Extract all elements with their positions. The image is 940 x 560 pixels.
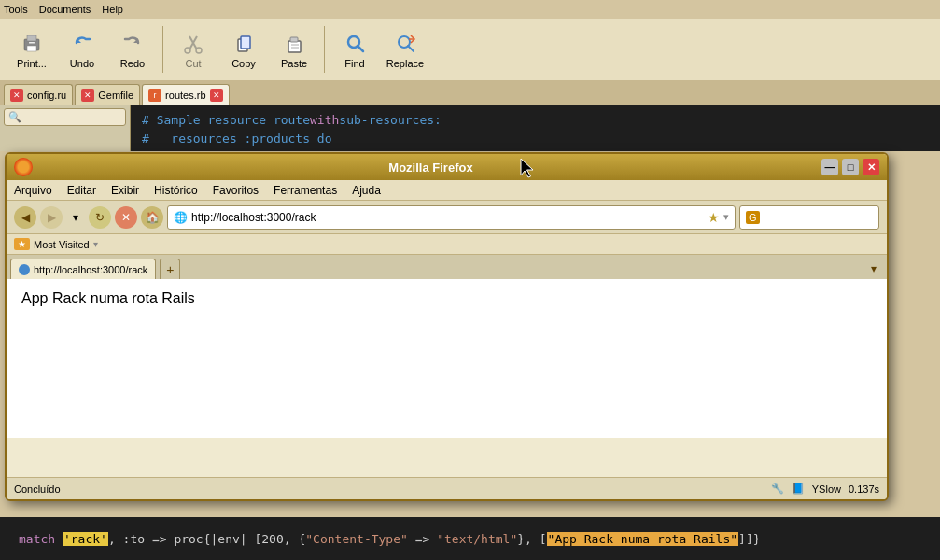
menu-help[interactable]: Help bbox=[102, 4, 123, 15]
history-dropdown[interactable]: ▾ bbox=[66, 206, 85, 229]
tab-close-routes[interactable]: ✕ bbox=[210, 89, 223, 102]
bookmark-star-icon[interactable]: ★ bbox=[708, 210, 720, 225]
firefox-page-content: App Rack numa rota Rails bbox=[7, 279, 887, 438]
tab-close-config[interactable]: ✕ bbox=[10, 89, 23, 102]
editor-content: 🔍 # Sample resource route with sub-resou… bbox=[0, 105, 940, 151]
print-icon bbox=[19, 30, 45, 56]
menu-ferramentas[interactable]: Ferramentas bbox=[274, 184, 337, 197]
new-tab-button[interactable]: + bbox=[160, 259, 180, 279]
yslow-icon: 🔧 bbox=[771, 483, 784, 495]
copy-button[interactable]: Copy bbox=[219, 23, 268, 76]
tab-icon-routes: r bbox=[148, 89, 161, 102]
firefox-statusbar: Concluído 🔧 📘 YSlow 0.137s bbox=[7, 477, 887, 499]
app-rack-string-highlighted: "App Rack numa rota Rails" bbox=[547, 532, 739, 546]
replace-icon bbox=[392, 30, 418, 56]
tab-scroll-button[interactable]: ▾ bbox=[864, 259, 883, 279]
stop-button[interactable]: ✕ bbox=[115, 206, 137, 229]
addon-icon: 📘 bbox=[792, 483, 805, 495]
firefox-tab-rack[interactable]: http://localhost:3000/rack bbox=[10, 259, 156, 279]
cut-button[interactable]: Cut bbox=[169, 23, 217, 76]
undo-button[interactable]: Undo bbox=[58, 23, 106, 76]
toolbar: Print... Undo Redo bbox=[0, 19, 940, 80]
find-icon bbox=[342, 30, 368, 56]
tab-config-ru[interactable]: ✕ config.ru bbox=[4, 84, 73, 105]
google-icon: G bbox=[746, 211, 760, 224]
svg-rect-11 bbox=[241, 36, 250, 49]
menu-editar[interactable]: Editar bbox=[67, 184, 96, 197]
refresh-button[interactable]: ↻ bbox=[89, 206, 111, 229]
search-input-firefox[interactable] bbox=[764, 212, 889, 223]
redo-button[interactable]: Redo bbox=[108, 23, 157, 76]
menu-tools[interactable]: Tools bbox=[4, 4, 28, 15]
toolbar-separator bbox=[162, 26, 163, 73]
undo-icon bbox=[69, 30, 95, 56]
menu-documents[interactable]: Documents bbox=[39, 4, 91, 15]
svg-rect-13 bbox=[290, 37, 298, 42]
code-editor[interactable]: # Sample resource route with sub-resourc… bbox=[131, 105, 940, 151]
find-button[interactable]: Find bbox=[330, 23, 379, 76]
tab-gemfile[interactable]: ✕ Gemfile bbox=[75, 84, 140, 105]
editor-background: Tools Documents Help Print... bbox=[0, 0, 940, 560]
svg-point-9 bbox=[196, 48, 202, 53]
redo-icon bbox=[119, 30, 146, 56]
tab-close-gemfile[interactable]: ✕ bbox=[81, 89, 94, 102]
toolbar-separator-2 bbox=[324, 26, 325, 73]
code-line-1: # Sample resource route with sub-resourc… bbox=[142, 110, 929, 129]
svg-line-17 bbox=[358, 46, 363, 51]
search-bar[interactable]: 🔍 bbox=[4, 108, 126, 126]
code-space1 bbox=[55, 532, 63, 546]
print-button[interactable]: Print... bbox=[7, 23, 56, 76]
yslow-label: YSlow bbox=[812, 483, 841, 495]
code-sep1: , :to => proc{|env| [200, { bbox=[108, 532, 305, 546]
firefox-window: Mozilla Firefox — □ ✕ Arquivo Editar Exi… bbox=[5, 152, 889, 501]
paste-icon bbox=[281, 30, 307, 56]
copy-icon bbox=[231, 30, 257, 56]
dropdown-arrow-icon[interactable]: ▾ bbox=[723, 211, 729, 223]
minimize-button[interactable]: — bbox=[821, 159, 838, 175]
code-close: ]]} bbox=[738, 532, 760, 546]
arrow-sep: => bbox=[408, 532, 437, 546]
home-button[interactable]: 🏠 bbox=[141, 206, 163, 229]
address-globe-icon: 🌐 bbox=[174, 211, 188, 224]
menu-arquivo[interactable]: Arquivo bbox=[14, 184, 52, 197]
match-keyword: match bbox=[19, 532, 55, 546]
firefox-tabs-row: http://localhost:3000/rack + ▾ bbox=[7, 255, 887, 279]
svg-point-8 bbox=[185, 48, 190, 53]
svg-rect-1 bbox=[27, 35, 36, 41]
close-button[interactable]: ✕ bbox=[863, 159, 879, 175]
status-text: Concluído bbox=[14, 483, 61, 495]
replace-button[interactable]: Replace bbox=[381, 23, 429, 76]
bookmarks-icon: ★ bbox=[14, 238, 30, 250]
search-input[interactable] bbox=[21, 112, 96, 123]
editor-tabs: ✕ config.ru ✕ Gemfile r routes.rb ✕ bbox=[0, 80, 940, 105]
back-button[interactable]: ◀ bbox=[14, 206, 36, 229]
firefox-navbar: ◀ ▶ ▾ ↻ ✕ 🏠 🌐 http://localhost:3000/rack… bbox=[7, 201, 887, 234]
firefox-title: Mozilla Firefox bbox=[40, 161, 821, 175]
maximize-button[interactable]: □ bbox=[842, 159, 859, 175]
svg-rect-2 bbox=[27, 46, 36, 51]
most-visited-label[interactable]: Most Visited bbox=[34, 239, 90, 250]
text-html-val: "text/html" bbox=[437, 532, 517, 546]
rack-string-highlighted: 'rack' bbox=[63, 532, 108, 546]
most-visited-chevron[interactable]: ▾ bbox=[93, 239, 98, 249]
tab-routes-rb[interactable]: r routes.rb ✕ bbox=[142, 84, 229, 105]
address-bar[interactable]: 🌐 http://localhost:3000/rack ★ ▾ bbox=[167, 205, 736, 230]
timing-label: 0.137s bbox=[849, 483, 879, 495]
svg-line-19 bbox=[408, 46, 414, 51]
code-line-2: # resources :products do bbox=[142, 129, 929, 147]
cut-icon bbox=[180, 30, 206, 56]
menu-ajuda[interactable]: Ajuda bbox=[352, 184, 381, 197]
bottom-code-line: match 'rack' , :to => proc{|env| [200, {… bbox=[0, 517, 940, 560]
menu-historico[interactable]: Histórico bbox=[154, 184, 198, 197]
paste-button[interactable]: Paste bbox=[270, 23, 318, 76]
sidebar: 🔍 bbox=[0, 105, 131, 151]
search-bar-firefox[interactable]: G 🔍 bbox=[739, 205, 879, 230]
code-sep2: }, [ bbox=[517, 532, 546, 546]
svg-rect-12 bbox=[288, 41, 301, 52]
window-buttons: — □ ✕ bbox=[821, 159, 879, 175]
menu-favoritos[interactable]: Favoritos bbox=[213, 184, 259, 197]
menu-bar: Tools Documents Help bbox=[0, 0, 940, 19]
statusbar-right: 🔧 📘 YSlow 0.137s bbox=[771, 483, 879, 495]
menu-exibir[interactable]: Exibir bbox=[111, 184, 139, 197]
forward-button[interactable]: ▶ bbox=[40, 206, 63, 229]
